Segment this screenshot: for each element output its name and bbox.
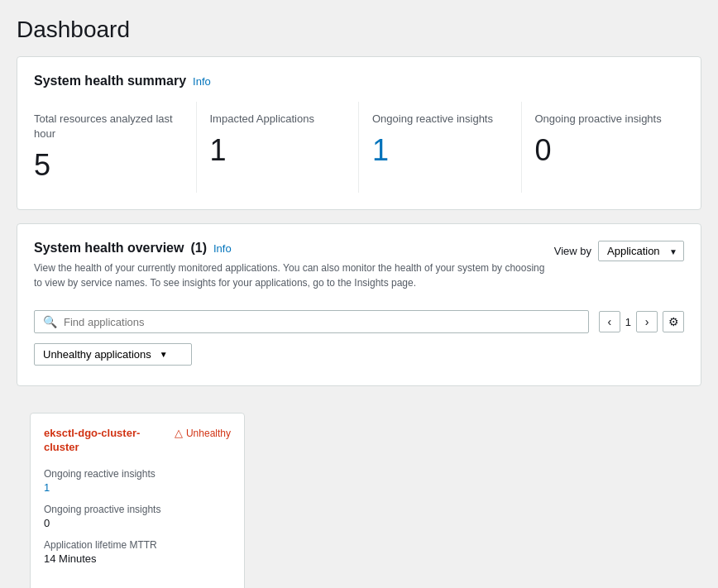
metric-cell-1: Impacted Applications 1 bbox=[197, 102, 360, 193]
apps-area: eksctl-dgo-cluster-cluster △ Unhealthy O… bbox=[17, 399, 701, 588]
app-card-0: eksctl-dgo-cluster-cluster △ Unhealthy O… bbox=[30, 413, 245, 588]
pagination-next-button[interactable]: › bbox=[636, 311, 658, 332]
pagination-area: ‹ 1 › ⚙ bbox=[599, 311, 684, 332]
app-card-header-0: eksctl-dgo-cluster-cluster △ Unhealthy bbox=[44, 427, 231, 455]
metric-label-3: Ongoing proactive insights bbox=[535, 112, 672, 127]
app-proactive-value-0: 0 bbox=[44, 517, 231, 529]
system-health-overview-card: System health overview (1) Info View the… bbox=[17, 223, 701, 386]
overview-header: System health overview (1) Info View the… bbox=[34, 241, 684, 304]
overview-info-link[interactable]: Info bbox=[213, 242, 232, 255]
metric-cell-2: Ongoing reactive insights 1 bbox=[359, 102, 522, 193]
warning-icon-0: △ bbox=[175, 427, 183, 439]
summary-title: System health summary bbox=[34, 74, 186, 88]
system-health-summary-card: System health summary Info Total resourc… bbox=[17, 56, 701, 210]
pagination-current: 1 bbox=[625, 316, 631, 328]
filter-row: Unhealthy applications bbox=[34, 343, 684, 366]
app-reactive-value-0: 1 bbox=[44, 481, 231, 494]
filter-dropdown-button[interactable]: Unhealthy applications bbox=[34, 343, 192, 366]
metric-value-1: 1 bbox=[210, 133, 346, 168]
pagination-prev-button[interactable]: ‹ bbox=[599, 311, 620, 332]
app-mttr-value-0: 14 Minutes bbox=[44, 552, 231, 565]
search-input[interactable] bbox=[64, 316, 580, 328]
metric-value-2: 1 bbox=[372, 133, 508, 168]
overview-title: System health overview bbox=[34, 241, 184, 256]
view-by-select-wrapper[interactable]: Application Service bbox=[598, 241, 684, 261]
app-proactive-stat-0: Ongoing proactive insights 0 bbox=[44, 504, 231, 529]
view-by-area: View by Application Service bbox=[554, 241, 684, 261]
view-by-label: View by bbox=[554, 245, 591, 257]
app-name-link-0[interactable]: eksctl-dgo-cluster-cluster bbox=[44, 427, 175, 455]
overview-title-area: System health overview (1) Info View the… bbox=[34, 241, 554, 304]
overview-count: (1) bbox=[190, 241, 207, 256]
metric-label-1: Impacted Applications bbox=[210, 112, 346, 127]
app-proactive-label-0: Ongoing proactive insights bbox=[44, 504, 231, 515]
summary-header: System health summary Info bbox=[34, 74, 684, 88]
unhealthy-badge-0: △ Unhealthy bbox=[175, 427, 231, 439]
metric-label-0: Total resources analyzed last hour bbox=[34, 112, 183, 141]
app-mttr-label-0: Application lifetime MTTR bbox=[44, 539, 231, 551]
metrics-grid: Total resources analyzed last hour 5 Imp… bbox=[34, 102, 684, 193]
metric-value-3: 0 bbox=[535, 133, 672, 168]
search-and-pagination: 🔍 ‹ 1 › ⚙ bbox=[34, 310, 684, 333]
view-by-select[interactable]: Application Service bbox=[598, 241, 684, 261]
metric-value-0: 5 bbox=[34, 148, 183, 183]
page-title: Dashboard bbox=[17, 17, 701, 43]
settings-button[interactable]: ⚙ bbox=[663, 311, 684, 332]
summary-info-link[interactable]: Info bbox=[193, 75, 211, 88]
search-box[interactable]: 🔍 bbox=[34, 310, 589, 333]
search-icon: 🔍 bbox=[43, 315, 57, 328]
overview-section-header: System health overview (1) Info bbox=[34, 241, 554, 256]
metric-label-2: Ongoing reactive insights bbox=[372, 112, 508, 127]
metric-cell-3: Ongoing proactive insights 0 bbox=[522, 102, 685, 193]
app-mttr-stat-0: Application lifetime MTTR 14 Minutes bbox=[44, 539, 231, 565]
app-reactive-label-0: Ongoing reactive insights bbox=[44, 468, 231, 480]
overview-description: View the health of your currently monito… bbox=[34, 261, 554, 290]
app-reactive-stat-0: Ongoing reactive insights 1 bbox=[44, 468, 231, 494]
metric-cell-0: Total resources analyzed last hour 5 bbox=[34, 102, 197, 193]
app-status-0: Unhealthy bbox=[186, 428, 231, 439]
filter-label: Unhealthy applications bbox=[43, 348, 151, 361]
